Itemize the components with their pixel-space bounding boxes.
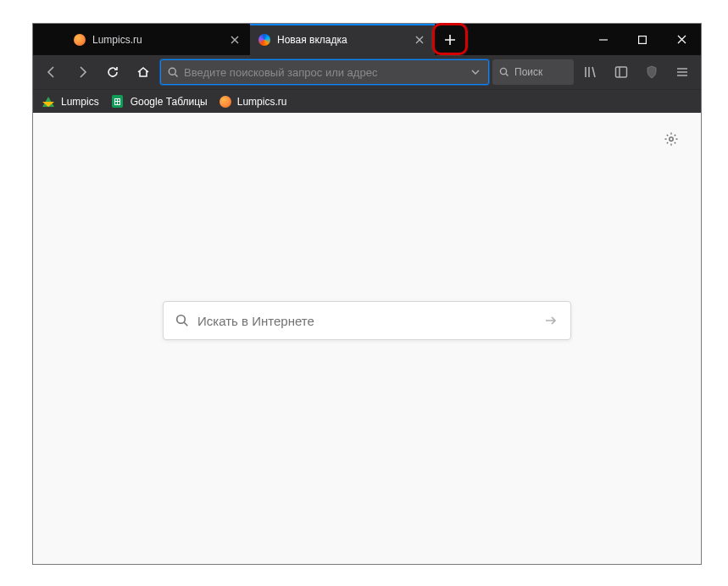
tab-title: Lumpics.ru <box>92 34 221 46</box>
bookmark-lumpics-ru[interactable]: Lumpics.ru <box>220 96 287 108</box>
toolbar: Поиск <box>33 55 701 89</box>
settings-gear-button[interactable] <box>664 131 679 147</box>
window-controls <box>584 24 701 55</box>
url-bar[interactable] <box>160 59 489 85</box>
drive-icon <box>42 95 55 109</box>
bookmarks-bar: Lumpics Google Таблицы Lumpics.ru <box>33 89 701 113</box>
firefox-icon <box>258 34 270 46</box>
lumpics-icon <box>220 96 231 108</box>
close-icon[interactable] <box>413 33 426 47</box>
svg-point-1 <box>169 68 175 75</box>
bookmark-google-sheets[interactable]: Google Таблицы <box>111 95 208 109</box>
library-button[interactable] <box>577 59 604 86</box>
svg-rect-0 <box>639 36 647 43</box>
menu-button[interactable] <box>669 59 696 86</box>
home-button[interactable] <box>130 59 157 86</box>
svg-point-2 <box>500 68 506 74</box>
search-bar[interactable]: Поиск <box>492 59 574 85</box>
page-content <box>33 113 701 564</box>
svg-rect-3 <box>616 67 627 77</box>
tab-new-tab[interactable]: Новая вкладка <box>250 24 435 55</box>
url-input[interactable] <box>184 66 463 79</box>
bookmark-label: Lumpics <box>61 96 99 108</box>
tab-lumpics[interactable]: Lumpics.ru <box>65 24 250 55</box>
back-button[interactable] <box>38 59 65 86</box>
ublock-button[interactable] <box>638 59 665 86</box>
arrow-right-icon[interactable] <box>543 313 559 328</box>
close-icon[interactable] <box>228 33 242 47</box>
close-button[interactable] <box>662 24 701 55</box>
sheets-icon <box>111 95 125 109</box>
forward-button[interactable] <box>69 59 96 86</box>
titlebar: Lumpics.ru Новая вкладка <box>33 24 701 55</box>
minimize-button[interactable] <box>584 24 623 55</box>
search-icon <box>168 67 179 78</box>
maximize-button[interactable] <box>623 24 662 55</box>
search-icon <box>175 314 189 327</box>
search-icon <box>499 67 509 77</box>
svg-point-4 <box>670 137 673 141</box>
titlebar-spacer <box>33 24 65 55</box>
bookmark-label: Google Таблицы <box>131 96 208 108</box>
bookmark-label: Lumpics.ru <box>237 96 287 108</box>
reload-button[interactable] <box>99 59 126 86</box>
chevron-down-icon[interactable] <box>468 68 483 76</box>
newtab-search-input[interactable] <box>197 314 535 328</box>
search-label: Поиск <box>514 66 542 78</box>
svg-point-5 <box>177 315 186 324</box>
bookmark-lumpics[interactable]: Lumpics <box>42 95 99 109</box>
newtab-search-box[interactable] <box>163 301 571 340</box>
new-tab-button[interactable] <box>437 27 463 53</box>
lumpics-icon <box>74 34 86 46</box>
new-tab-wrap <box>435 24 465 55</box>
sidebar-button[interactable] <box>608 59 635 86</box>
tab-title: Новая вкладка <box>277 34 406 46</box>
browser-window: Lumpics.ru Новая вкладка <box>32 23 702 565</box>
